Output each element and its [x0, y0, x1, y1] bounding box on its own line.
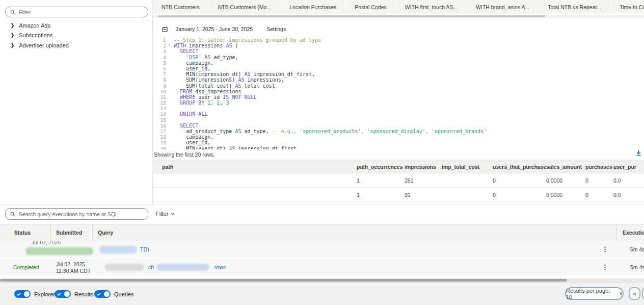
- executions-search-box[interactable]: [5, 208, 148, 220]
- code-token: UNION ALL: [180, 111, 207, 117]
- date-range-button[interactable]: January 1, 2025 - June 30, 2025: [176, 26, 253, 32]
- execution-actions-cell: ⋮: [594, 241, 616, 258]
- fold-gutter: [168, 117, 174, 123]
- check-icon: [97, 292, 101, 296]
- code-token: WITH: [174, 43, 186, 48]
- code-token: GROUP BY: [180, 100, 204, 106]
- code-text: MIN(event_dt) AS impression_dt_first: [174, 146, 297, 149]
- settings-link[interactable]: Settings: [266, 26, 286, 32]
- editor-tab[interactable]: WITH first_touch AS...: [396, 0, 467, 14]
- code-token: [174, 48, 180, 54]
- search-icon: [10, 212, 15, 217]
- code-token: 'DSP': [186, 55, 201, 60]
- fold-gutter: [168, 89, 174, 94]
- code-token: ad_type,: [241, 129, 272, 134]
- column-header-submitted: Submitted: [51, 224, 93, 241]
- sql-editor[interactable]: 1-- Step 1: Gather impressions grouped b…: [153, 37, 644, 149]
- tab-scrollbar[interactable]: [153, 15, 644, 18]
- results-toggle-group: Results: [55, 290, 93, 298]
- line-number: 20: [153, 146, 168, 149]
- code-text: -- Step 1: Gather impressions grouped by…: [174, 37, 321, 43]
- pagination-prev-button[interactable]: «: [629, 287, 640, 300]
- code-token: ad_type,: [210, 55, 238, 60]
- code-line: 13: [153, 106, 644, 111]
- editor-main: NTB CustomersNTB Customers (Mo...Locatio…: [153, 0, 644, 204]
- results-cell: 0.0000: [546, 188, 585, 201]
- submitted-time: 11:30 AM CDT: [56, 268, 93, 274]
- executions-search-input[interactable]: [19, 211, 143, 217]
- fold-toggle-icon[interactable]: ▾: [168, 43, 174, 48]
- explorer-toggle[interactable]: [14, 290, 31, 298]
- code-text: campaign,: [174, 134, 213, 140]
- line-number: 1: [153, 37, 168, 43]
- pagination-next-button[interactable]: [642, 287, 644, 300]
- horizontal-scrollbar-handle[interactable]: [0, 279, 567, 282]
- execution-query-link[interactable]: TD): [140, 246, 149, 252]
- calendar-icon: [162, 27, 168, 32]
- tree-item-label: Subscriptions: [19, 32, 52, 38]
- code-token: ,: [210, 100, 217, 106]
- column-header-status: Status: [0, 224, 51, 241]
- explorer-tree-item[interactable]: ❯Subscriptions: [0, 31, 152, 41]
- execution-row[interactable]: Jul 02, 2025 TD) ⋮ 5m 4s: [0, 241, 644, 259]
- editor-tab[interactable]: Postal Codes: [346, 0, 396, 14]
- code-token: 'sponsored_display': [367, 129, 425, 134]
- execution-time-cell: 5m 4s: [616, 241, 644, 258]
- code-line: 20 MIN(event_dt) AS impression_dt_first: [153, 146, 644, 149]
- execution-time-cell: 5m 4s: [616, 259, 644, 275]
- fold-gutter: [168, 100, 174, 106]
- explorer-tree-item[interactable]: ❯Advertiser uploaded: [0, 40, 152, 50]
- explorer-filter-input[interactable]: [19, 9, 143, 15]
- execution-row[interactable]: Completed Jul 02, 2025 11:30 AM CDT ch .…: [0, 259, 644, 276]
- execution-query-cell: ch . rows: [93, 259, 594, 275]
- explorer-filter-box[interactable]: [5, 7, 148, 17]
- tab-scrollbar-handle[interactable]: [158, 15, 545, 17]
- code-token: impressions,: [244, 77, 284, 83]
- code-token: AS: [235, 83, 241, 89]
- code-text: GROUP BY 1, 2, 3: [174, 100, 229, 106]
- line-number: 10: [153, 89, 168, 94]
- kebab-menu-icon[interactable]: ⋮: [594, 263, 616, 271]
- results-per-page-dropdown[interactable]: Results per page: 10 ∨: [565, 287, 624, 300]
- code-token: IS NOT NULL: [223, 94, 256, 100]
- execution-query-link[interactable]: ch: [148, 264, 154, 270]
- tree-item-label: Advertiser uploaded: [19, 42, 69, 48]
- download-icon[interactable]: [635, 149, 642, 156]
- editor-tab[interactable]: NTB Customers (Mo...: [209, 0, 281, 14]
- toggle-label: Results: [74, 291, 93, 297]
- results-row: 125100.000000.0: [153, 173, 644, 188]
- horizontal-scrollbar[interactable]: [0, 278, 644, 282]
- executions-filter-dropdown[interactable]: Filter ∨: [156, 211, 174, 217]
- executions-table: Status Submitted Query Execution time Ju…: [0, 224, 644, 276]
- results-column-header: path: [153, 160, 357, 173]
- code-text: SELECT: [174, 48, 198, 54]
- queries-toggle[interactable]: [94, 290, 111, 298]
- queries-toggle-group: Queries: [94, 290, 134, 298]
- editor-tab[interactable]: Time to Conversion ...: [611, 0, 644, 14]
- code-text: FROM dsp_impressions: [174, 89, 241, 94]
- results-toggle[interactable]: [55, 290, 71, 298]
- code-token: AS: [235, 129, 241, 134]
- tree-item-label: Amazon Ads: [19, 22, 50, 29]
- execution-time-value: 5m 4s: [623, 246, 644, 252]
- kebab-menu-icon[interactable]: ⋮: [594, 245, 616, 253]
- editor-tab[interactable]: NTB Customers: [153, 0, 209, 14]
- line-number: 16: [153, 123, 168, 129]
- fold-gutter: [168, 140, 174, 145]
- query-editor-app: ❯Amazon Ads❯Subscriptions❯Advertiser upl…: [0, 0, 644, 305]
- editor-tab[interactable]: Location Purchases: [281, 0, 346, 14]
- results-table-header: pathpath_occurrencesimpressionsimp_total…: [153, 160, 644, 173]
- explorer-tree-item[interactable]: ❯Amazon Ads: [0, 20, 152, 31]
- code-line: 12 GROUP BY 1, 2, 3: [153, 100, 644, 106]
- code-line: 9 SUM(total_cost) AS total_cost: [153, 83, 644, 89]
- results-caption: Showing the first 20 rows: [154, 151, 213, 158]
- results-column-header: path_occurrences: [357, 160, 405, 173]
- code-text: 'DSP' AS ad_type,: [174, 55, 238, 60]
- line-number: 19: [153, 140, 168, 145]
- toggle-label: Explorer: [34, 291, 55, 297]
- editor-tab[interactable]: Total NTB vs Repeat...: [539, 0, 611, 14]
- filter-dropdown-label: Filter: [156, 211, 168, 217]
- execution-query-link[interactable]: . rows: [211, 264, 226, 270]
- code-token: ad_product_type: [174, 129, 235, 134]
- editor-tab[interactable]: WITH brand_asins A...: [467, 0, 539, 14]
